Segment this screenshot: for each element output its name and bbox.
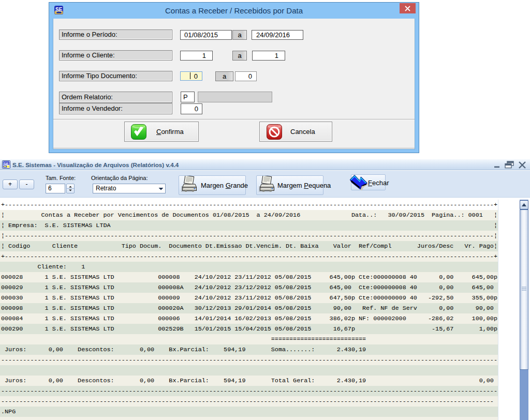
svg-text:SE: SE [4, 161, 9, 166]
svg-text:SE: SE [55, 7, 63, 12]
